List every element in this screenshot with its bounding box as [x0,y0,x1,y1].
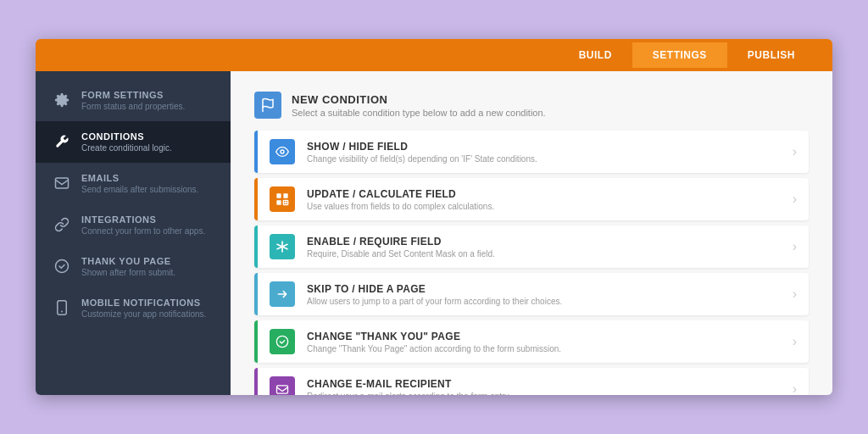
svg-rect-2 [58,301,67,315]
sidebar-integrations-label: INTEGRATIONS [81,214,205,225]
new-condition-subtitle: Select a suitable condition type below t… [292,108,546,118]
sidebar-mobile-notifications-label: MOBILE NOTIFICATIONS [81,298,206,308]
new-condition-title: NEW CONDITION [292,93,546,106]
gear-icon [53,91,71,109]
svg-rect-8 [276,200,281,204]
change-thank-you-desc: Change "Thank You Page" action according… [307,344,793,353]
enable-require-desc: Require, Disable and Set Content Mask on… [307,249,793,259]
email-icon [53,174,71,192]
email-small-icon [270,376,295,395]
arrow-icon [270,281,295,307]
condition-list: SHOW / HIDE FIELD Change visibility of f… [254,131,809,395]
check-circle-icon [270,329,295,354]
sidebar-item-conditions[interactable]: CONDITIONS Create conditional logic. [36,121,231,163]
sidebar-thank-you-subtitle: Shown after form submit. [81,268,175,277]
check-icon [53,257,71,275]
condition-item-change-thank-you[interactable]: CHANGE "THANK YOU" PAGE Change "Thank Yo… [254,320,809,363]
asterisk-icon [270,234,295,259]
svg-point-5 [281,150,284,153]
condition-item-change-email[interactable]: CHANGE E-MAIL RECIPIENT Redirect your e-… [254,368,809,395]
condition-item-skip-hide[interactable]: SKIP TO / HIDE A PAGE Allow users to jum… [254,273,809,315]
enable-require-title: ENABLE / REQUIRE FIELD [307,236,793,248]
skip-hide-title: SKIP TO / HIDE A PAGE [307,283,793,295]
sidebar-thank-you-label: THANK YOU PAGE [81,256,175,266]
chevron-right-icon-6: › [793,381,797,395]
link-icon [53,215,71,234]
skip-hide-desc: Allow users to jump to a part of your fo… [307,297,793,306]
change-email-desc: Redirect your e-mail alerts according to… [307,392,793,396]
top-nav: BUILD SETTINGS PUBLISH [36,39,832,71]
chevron-right-icon-2: › [793,192,797,207]
sidebar-integrations-subtitle: Connect your form to other apps. [81,226,205,236]
app-window: BUILD SETTINGS PUBLISH FORM SETTINGS For… [36,39,832,395]
main-body: FORM SETTINGS Form status and properties… [36,71,832,395]
chevron-right-icon-3: › [793,239,797,254]
tab-publish[interactable]: PUBLISH [727,42,815,68]
sidebar-item-integrations[interactable]: INTEGRATIONS Connect your form to other … [36,204,231,246]
sidebar: FORM SETTINGS Form status and properties… [36,71,231,395]
sidebar-form-settings-label: FORM SETTINGS [81,90,185,100]
wrench-icon [53,132,71,151]
nav-tabs: BUILD SETTINGS PUBLISH [559,42,815,68]
sidebar-mobile-notifications-subtitle: Customize your app notifications. [81,309,206,319]
svg-rect-7 [283,193,287,198]
sidebar-item-mobile-notifications[interactable]: MOBILE NOTIFICATIONS Customize your app … [36,287,231,329]
new-condition-icon [254,92,281,119]
svg-rect-16 [277,385,288,392]
sidebar-emails-subtitle: Send emails after submissions. [81,185,198,194]
grid-icon [270,186,295,212]
eye-icon [270,139,295,164]
show-hide-desc: Change visibility of field(s) depending … [307,154,793,164]
sidebar-form-settings-subtitle: Form status and properties. [81,102,185,111]
sidebar-item-thank-you[interactable]: THANK YOU PAGE Shown after form submit. [36,246,231,287]
svg-point-15 [276,336,287,347]
change-thank-you-title: CHANGE "THANK YOU" PAGE [307,331,793,342]
sidebar-conditions-subtitle: Create conditional logic. [81,143,172,153]
sidebar-emails-label: EMAILS [81,173,198,183]
condition-item-show-hide[interactable]: SHOW / HIDE FIELD Change visibility of f… [254,131,809,173]
sidebar-item-emails[interactable]: EMAILS Send emails after submissions. [36,163,231,204]
svg-rect-0 [56,178,69,188]
mobile-icon [53,298,71,317]
sidebar-item-form-settings[interactable]: FORM SETTINGS Form status and properties… [36,80,231,121]
condition-item-enable-require[interactable]: ENABLE / REQUIRE FIELD Require, Disable … [254,225,809,268]
svg-point-1 [56,260,69,273]
svg-rect-6 [276,193,281,198]
chevron-right-icon: › [793,144,797,159]
sidebar-conditions-label: CONDITIONS [81,131,172,142]
chevron-right-icon-5: › [793,334,797,349]
content-area: NEW CONDITION Select a suitable conditio… [231,71,832,395]
new-condition-header: NEW CONDITION Select a suitable conditio… [254,92,809,119]
tab-build[interactable]: BUILD [559,42,632,68]
update-calculate-desc: Use values from fields to do complex cal… [307,202,793,211]
condition-item-update-calculate[interactable]: UPDATE / CALCULATE FIELD Use values from… [254,178,809,220]
change-email-title: CHANGE E-MAIL RECIPIENT [307,378,793,390]
chevron-right-icon-4: › [793,287,797,302]
show-hide-title: SHOW / HIDE FIELD [307,141,793,153]
tab-settings[interactable]: SETTINGS [632,42,727,68]
update-calculate-title: UPDATE / CALCULATE FIELD [307,188,793,200]
